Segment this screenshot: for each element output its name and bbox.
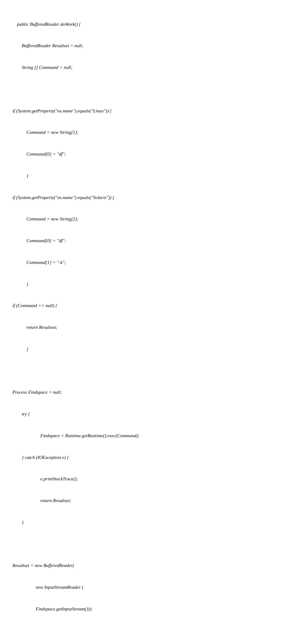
code-line: } [12,519,286,526]
code-line [12,367,286,374]
code-line: if (System.getProperty("os.name").equals… [12,107,286,115]
code-line: Command = new String[1]; [12,129,286,136]
code-line: String [] Command = null; [12,64,286,71]
code-line: Command = new String[2]; [12,215,286,223]
code-line [12,627,286,634]
page-container: public BufferedReader doWork() { Buffere… [12,6,286,644]
code-line: Command[1] = "-k"; [12,259,286,266]
code-line: } [12,172,286,179]
code-line: return Resultset; [12,497,286,504]
code-line [12,541,286,548]
code-line: } [12,281,286,288]
code-line: Command[0] = "df"; [12,151,286,158]
code-line [12,86,286,93]
code-line: public BufferedReader doWork() { [12,21,286,28]
code-line: Command[0] = "df"; [12,237,286,244]
code-line: if (Command == null) { [12,302,286,309]
code-line: if (System.getProperty("os.name").equals… [12,194,286,201]
code-line: } [12,346,286,353]
code-line: BufferedReader Resultset = null; [12,42,286,49]
code-line: Process Findspace = null; [12,389,286,396]
code-line: Resultset = new BufferedReader( [12,562,286,569]
code-line: } catch (IOException e) { [12,454,286,461]
code-line: new InputStreamReader ( [12,584,286,591]
code-line: Findspace.getInputStream())); [12,605,286,613]
code-line: Findspace = Runtime.getRuntime().exec(Co… [12,432,286,439]
code-line: e.printStackTrace(); [12,475,286,483]
code-line: return Resultset; [12,324,286,331]
code-line: try { [12,410,286,418]
code-section-1: public BufferedReader doWork() { Buffere… [12,6,286,644]
